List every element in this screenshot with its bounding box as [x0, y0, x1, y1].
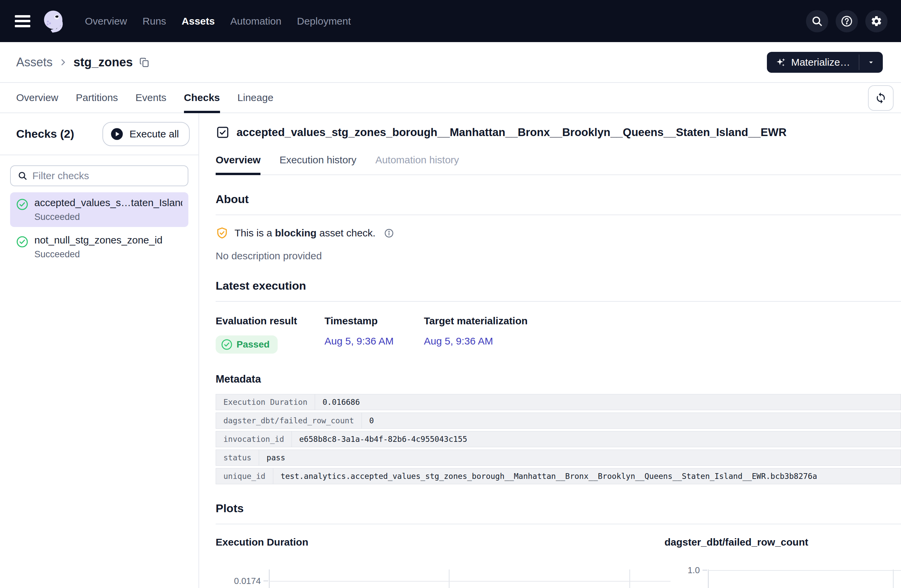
check-circle-icon	[221, 339, 232, 350]
chart-title: Execution Duration	[216, 537, 659, 548]
breadcrumb-row: Assets stg_zones Materialize…	[0, 42, 901, 83]
chevron-down-icon	[867, 58, 875, 67]
sparkle-icon	[776, 57, 786, 68]
check-name: accepted_values_s…taten_Island_	[34, 197, 182, 208]
metadata-value: test.analytics.accepted_values_stg_zones…	[273, 468, 901, 484]
check-status: Succeeded	[34, 212, 182, 222]
copy-asset-name-button[interactable]	[139, 57, 150, 68]
metadata-table: Execution Duration 0.016686 dagster_dbt/…	[216, 394, 901, 484]
nav-item-runs[interactable]: Runs	[142, 16, 166, 27]
check-detail-panel: accepted_values_stg_zones_borough__Manha…	[199, 113, 901, 588]
latest-execution-heading: Latest execution	[216, 279, 901, 292]
check-name: not_null_stg_zones_zone_id	[34, 234, 162, 246]
settings-button[interactable]	[865, 10, 887, 32]
table-row: Execution Duration 0.016686	[216, 394, 901, 410]
check-list-item-not-null[interactable]: not_null_stg_zones_zone_id Succeeded	[10, 230, 189, 264]
asset-tabs: Overview Partitions Events Checks Lineag…	[0, 83, 901, 113]
column-header-target-materialization: Target materialization	[424, 315, 901, 327]
metadata-key: invocation_id	[216, 431, 292, 447]
tab-lineage[interactable]: Lineage	[237, 83, 274, 112]
check-list-item-accepted-values[interactable]: accepted_values_s…taten_Island_ Succeede…	[10, 192, 189, 227]
no-description-text: No description provided	[216, 250, 901, 262]
metadata-key: Execution Duration	[216, 394, 315, 410]
help-button[interactable]	[836, 10, 858, 32]
section-divider	[216, 301, 901, 302]
refresh-icon	[875, 92, 887, 104]
metadata-key: status	[216, 450, 259, 466]
filter-checks-box	[10, 165, 189, 186]
metadata-key: dagster_dbt/failed_row_count	[216, 412, 362, 429]
chart-title: dagster_dbt/failed_row_count	[664, 537, 901, 548]
metadata-value: 0	[362, 412, 901, 429]
hamburger-menu-icon[interactable]	[15, 15, 30, 27]
help-icon	[841, 15, 853, 27]
checks-sidebar-header: Checks (2) Execute all	[0, 113, 198, 155]
check-circle-icon	[16, 236, 28, 248]
top-navbar: Overview Runs Assets Automation Deployme…	[0, 0, 901, 42]
column-header-timestamp: Timestamp	[324, 315, 424, 327]
section-divider	[216, 215, 901, 215]
tab-overview[interactable]: Overview	[16, 83, 58, 112]
tab-checks[interactable]: Checks	[184, 83, 220, 112]
gear-icon	[870, 15, 882, 27]
chart-execution-duration: Execution Duration 0.0174	[216, 537, 659, 588]
checks-sidebar: Checks (2) Execute all	[0, 113, 199, 588]
tab-partitions[interactable]: Partitions	[76, 83, 118, 112]
y-axis-tick: 0.6	[659, 586, 700, 588]
shield-check-icon	[216, 227, 228, 240]
table-row: dagster_dbt/failed_row_count 0	[216, 412, 901, 429]
primary-nav: Overview Runs Assets Automation Deployme…	[85, 16, 351, 27]
plots-heading: Plots	[216, 502, 901, 515]
target-materialization-link[interactable]: Aug 5, 9:36 AM	[424, 335, 493, 347]
check-circle-icon	[16, 198, 28, 210]
filter-checks-input[interactable]	[32, 170, 181, 182]
tab-automation-history: Automation history	[376, 154, 459, 174]
metadata-value: e658b8c8-3a1a-4b4f-82b6-4c955043c155	[292, 431, 901, 447]
page-title: stg_zones	[73, 55, 133, 69]
chart-plot-area: 0.0174	[216, 569, 659, 588]
dagster-app: Overview Runs Assets Automation Deployme…	[0, 0, 901, 588]
metadata-value: 0.016686	[315, 394, 901, 410]
asset-check-icon	[216, 125, 230, 139]
table-row: invocation_id e658b8c8-3a1a-4b4f-82b6-4c…	[216, 431, 901, 447]
materialize-dropdown-button[interactable]	[859, 52, 883, 73]
metadata-key: unique_id	[216, 468, 273, 484]
nav-item-automation[interactable]: Automation	[230, 16, 281, 27]
copy-icon	[139, 57, 150, 68]
metadata-value: pass	[259, 450, 901, 466]
check-detail-tabs: Overview Execution history Automation hi…	[216, 154, 901, 175]
search-icon	[811, 15, 823, 27]
search-button[interactable]	[806, 10, 828, 32]
tab-events[interactable]: Events	[136, 83, 167, 112]
refresh-button[interactable]	[868, 85, 893, 111]
materialize-split-button: Materialize…	[767, 52, 883, 73]
timestamp-link[interactable]: Aug 5, 9:36 AM	[324, 335, 394, 347]
breadcrumb-assets-link[interactable]: Assets	[16, 55, 53, 69]
tab-check-overview[interactable]: Overview	[216, 154, 260, 174]
execute-all-button[interactable]: Execute all	[103, 122, 190, 146]
play-circle-icon	[110, 127, 124, 141]
table-row: unique_id test.analytics.accepted_values…	[216, 468, 901, 484]
latest-execution-table: Evaluation result Passed Timestamp Aug 5…	[216, 315, 901, 354]
nav-item-overview[interactable]: Overview	[85, 16, 127, 27]
search-icon	[17, 171, 28, 181]
metadata-heading: Metadata	[216, 373, 901, 385]
chart-plot-area: 1.0 0.6	[659, 569, 901, 588]
nav-item-deployment[interactable]: Deployment	[297, 16, 351, 27]
y-axis-tick: 1.0	[659, 565, 700, 576]
materialize-button[interactable]: Materialize…	[767, 52, 859, 73]
check-heading: accepted_values_stg_zones_borough__Manha…	[216, 125, 901, 139]
y-axis-tick: 0.0174	[216, 576, 261, 586]
nav-item-assets[interactable]: Assets	[182, 16, 215, 27]
tab-execution-history[interactable]: Execution history	[279, 154, 356, 174]
chart-failed-row-count: dagster_dbt/failed_row_count 1.0 0.6	[659, 537, 901, 588]
check-status: Succeeded	[34, 249, 162, 260]
checks-count-title: Checks (2)	[16, 127, 74, 140]
table-row: status pass	[216, 450, 901, 466]
status-badge-passed: Passed	[216, 335, 277, 354]
info-icon[interactable]	[384, 228, 394, 238]
blocking-note: This is a blocking asset check.	[216, 227, 901, 240]
dagster-logo	[40, 7, 68, 35]
check-title: accepted_values_stg_zones_borough__Manha…	[237, 126, 786, 139]
plots-row: Execution Duration 0.0174 dagster_dbt/fa…	[216, 537, 901, 588]
